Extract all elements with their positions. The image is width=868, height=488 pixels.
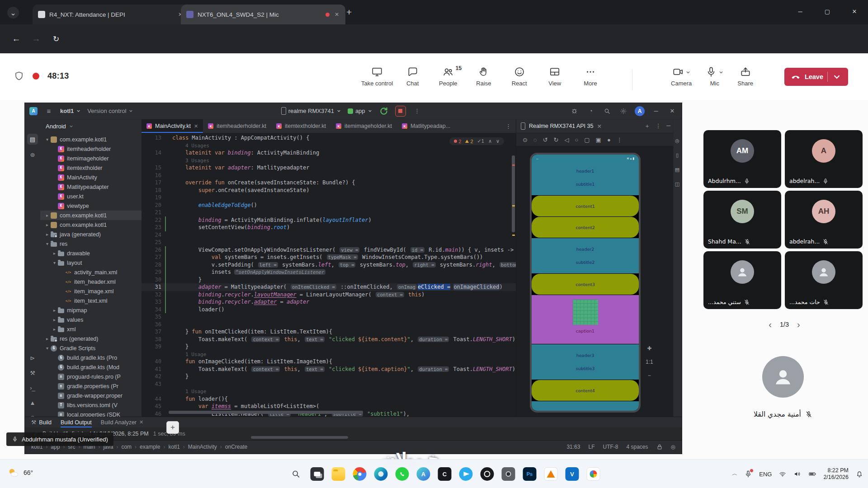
run-config-selector[interactable]: app [348, 108, 373, 114]
taskbar-vscode-icon[interactable]: V [566, 467, 579, 481]
project-view-selector[interactable]: Android [40, 119, 142, 133]
tree-item[interactable]: Kitemheaderholder [40, 144, 142, 154]
tree-item[interactable]: ▸values [40, 315, 142, 324]
browser-tab-2[interactable]: NXT6_ONL4_SWD4_S2 | Mic ✕ [181, 5, 345, 24]
more-icon[interactable]: ⋮ [656, 122, 661, 130]
editor-scrollbar[interactable] [512, 137, 515, 408]
taskbar-file-explorer-icon[interactable] [332, 467, 345, 481]
taskbar-search-icon[interactable] [289, 467, 303, 481]
taskbar-clock[interactable]: 8:22 PM 2/16/2026 [823, 467, 849, 481]
build-tab[interactable]: ⚒Build [31, 419, 52, 426]
taskbar-capcut-icon[interactable]: C [438, 467, 452, 481]
hidden-icons-chevron[interactable]: ︿ [732, 470, 737, 478]
taskbar-chrome-icon[interactable] [353, 467, 367, 481]
settings-gear-icon[interactable] [618, 106, 628, 116]
zoom-in-icon[interactable]: ✚ [647, 345, 651, 352]
code-editor[interactable]: 13class MainActivity : AppCompatActivity… [142, 134, 516, 417]
mic-in-use-tray-icon[interactable] [744, 470, 752, 478]
pager-next-icon[interactable]: › [797, 320, 800, 329]
participant-tile[interactable]: AMAbdulrhm... [703, 130, 781, 188]
tree-item[interactable]: ▸java (generated) [40, 230, 142, 239]
taskbar-task-view-icon[interactable] [311, 467, 324, 481]
zoom-out-icon[interactable]: − [648, 372, 651, 379]
tree-item[interactable]: </>item_text.xml [40, 296, 142, 305]
tree-item[interactable]: ▸com.example.kotl1 [40, 220, 142, 230]
run-tool-icon[interactable]: ⊳ [27, 352, 38, 363]
tree-item[interactable]: ▸mipmap [40, 305, 142, 315]
line-separator[interactable]: LF [588, 444, 594, 450]
taskbar-camera-icon[interactable] [502, 467, 515, 481]
power-icon[interactable]: ⊙ [523, 136, 528, 143]
commit-icon[interactable]: ⊚ [27, 149, 38, 160]
taskbar-telegram-icon[interactable] [459, 467, 473, 481]
rerun-icon[interactable] [379, 106, 389, 116]
device-selector[interactable]: realme RMX3741 [281, 107, 341, 115]
taskbar-whatsapp-icon[interactable] [396, 467, 409, 481]
meeting-control-take-control[interactable]: Take control [360, 66, 394, 87]
taskbar-photoshop-icon[interactable]: Ps [523, 467, 537, 481]
browser-tab-1[interactable]: R4_NXT: Attendance | DEPI ✕ [33, 5, 189, 24]
tree-item[interactable]: ▸res (generated) [40, 334, 142, 343]
meeting-control-raise[interactable]: Raise [467, 66, 501, 87]
leave-button[interactable]: Leave [784, 68, 848, 86]
volume-icon[interactable]: ◌ [533, 136, 537, 143]
record-icon[interactable]: ● [607, 136, 611, 143]
meeting-control-more[interactable]: More [573, 66, 608, 87]
taskbar-android-studio-icon[interactable]: A [417, 467, 430, 481]
tab-search-button[interactable]: ⌄ [7, 7, 19, 19]
participant-tile[interactable]: ...حات محمد [785, 251, 863, 309]
taskbar-edge-icon[interactable] [374, 467, 388, 481]
screenshot-icon[interactable]: ▣ [596, 136, 601, 143]
tree-item[interactable]: ≡gradle.properties (Pr [40, 381, 142, 391]
mic-button[interactable]: Mic [705, 66, 724, 87]
tree-item[interactable]: KMainActivity [40, 173, 142, 182]
device-tab-close-icon[interactable]: ✕ [597, 123, 601, 130]
back-button[interactable]: ← [10, 33, 23, 45]
inspections-widget[interactable]: 2 2 ✓1 ∧ ∨ [449, 137, 504, 145]
home-icon[interactable]: ○ [575, 136, 578, 143]
maximize-button[interactable]: ▢ [814, 0, 841, 23]
tree-item[interactable]: ▸com.example.kotl1 [40, 211, 142, 220]
build-tool-icon[interactable]: ⚒ [27, 367, 38, 378]
more-icon[interactable]: ⋮ [617, 136, 623, 143]
editor-hscrollbar[interactable] [169, 411, 485, 414]
editor-tab[interactable]: KMainActivity.kt✕ [142, 119, 203, 133]
tree-item[interactable]: </>activity_main.xml [40, 267, 142, 277]
breadcrumb-item[interactable]: MainActivity [188, 444, 217, 450]
build-subtab[interactable]: Build Output [61, 417, 92, 427]
back-icon[interactable]: ◁ [564, 136, 569, 143]
tree-item[interactable]: Gbuild.gradle.kts (Mod [40, 362, 142, 372]
profiler-icon[interactable]: ◔ [586, 106, 596, 116]
pager-prev-icon[interactable]: ‹ [769, 320, 772, 329]
tree-item[interactable]: ≡gradle-wrapper.proper [40, 391, 142, 400]
prev-problem-icon[interactable]: ∧ [488, 138, 492, 144]
tree-item[interactable]: ≡local.properties (SDK [40, 410, 142, 417]
reload-button[interactable]: ↻ [50, 33, 62, 45]
tree-item[interactable]: ▾layout [40, 258, 142, 267]
ide-account-avatar[interactable]: A [635, 106, 645, 116]
camera-button[interactable]: Camera [671, 66, 692, 87]
participant-tile[interactable]: Aabdelrah... [785, 130, 863, 188]
language-indicator[interactable]: ENG [759, 471, 772, 478]
tree-item[interactable]: Kitemimageholder [40, 154, 142, 163]
breadcrumb-item[interactable]: kotl1 [168, 444, 179, 450]
main-menu-icon[interactable]: ≡ [44, 106, 54, 116]
participant-tile[interactable]: AHabdelrah... [785, 191, 863, 249]
taskbar-vlc-icon[interactable] [544, 467, 558, 481]
stop-icon[interactable] [395, 106, 406, 117]
forward-button[interactable]: → [30, 33, 42, 45]
project-widget[interactable]: kotl1 [60, 108, 81, 114]
device-manager-icon[interactable]: ▯ [672, 150, 682, 160]
search-everywhere-icon[interactable] [602, 106, 612, 116]
featured-participant-tile[interactable]: أمنية مجدي القلا [703, 335, 863, 444]
titlebar-more-icon[interactable]: ⋮ [412, 106, 422, 116]
ide-minimize-icon[interactable]: ─ [651, 106, 661, 116]
new-tab-icon[interactable]: ＋ [644, 122, 650, 130]
new-tab-button[interactable]: + [346, 6, 352, 18]
editor-tab[interactable]: Kitemtextholder.kt [271, 119, 331, 133]
next-problem-icon[interactable]: ∨ [496, 138, 500, 144]
device-mirror[interactable]: ◦◦≋ ▴ ▮ header1subtitle1content1content2… [530, 153, 641, 413]
tree-item[interactable]: Kuser.kt [40, 192, 142, 201]
ide-close-icon[interactable]: ✕ [667, 106, 677, 116]
breadcrumb-item[interactable]: example [140, 444, 160, 450]
